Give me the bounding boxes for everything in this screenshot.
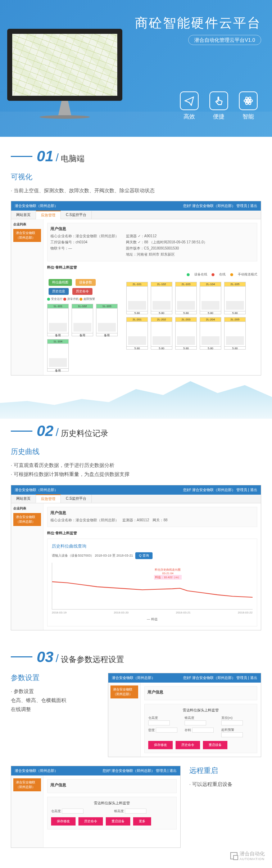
silo-2L-201[interactable]: 2L-2015.80 [126,317,148,350]
silo-2L-105[interactable]: 2L-1055.80 [224,282,246,314]
tab-emergency[interactable]: 应急管理 [36,494,61,503]
user-info-box: 用户信息 [47,779,177,793]
user-info-title: 用户信息 [50,510,254,516]
silo-2L-102[interactable]: 2L-1025.80 [151,282,172,314]
app-tabs: 网站首页 应急管理 C.S监控平台 [11,495,261,503]
silo-2L-202[interactable]: 2L-2025.80 [151,317,172,350]
silo-2L-101[interactable]: 2L-1015.80 [126,282,148,314]
chart-title: 历史料位曲线查询 [52,543,253,549]
app-topbar: 潜合安全物联（郑州总部） 您好! 潜合安全物联（郑州总部） 管理员 | 退出 [11,485,261,495]
sidebar: 潜合安全物联（郑州总部） [11,775,44,847]
header-line [11,431,32,432]
kv-line: 核心企业名称：潜合安全物联（郑州总部） 监测器：A90112 网关：88 [50,518,254,523]
btn-history[interactable]: 历史信息 [49,288,69,295]
silo-1L-102[interactable]: 1L-102备用 [72,304,93,336]
query-button[interactable]: Q 查询 [135,552,153,559]
section-03b-row: 潜合安全物联（郑州总部） 您好! 潜合安全物联（郑州总部） 管理员 | 退出 潜… [11,766,261,848]
section-number: 02 [37,422,54,440]
app-body: 企业列表 潜合安全物联（郑州总部） 用户信息 核心企业名称：潜合安全物联（郑州总… [11,503,261,630]
params-form: 雷达料位探头上料监管 仓高度 锥高度 保存修改 历史命令 重启设备 更多 [47,797,177,829]
more-button[interactable]: 更多 [133,817,151,826]
main-panel: 用户信息 雷达料位探头上料监管 仓高度 锥高度 保存修改 历史命令 重启设备 更… [44,775,180,847]
s3-b2: 仓高、锥高、仓横截面积 [11,696,101,705]
logo-square-icon [230,852,237,855]
app-body: 潜合安全物联（郑州总部） 用户信息 雷达料位探头上料监管 仓高度 锥高度 直径(… [108,683,261,757]
restart-button[interactable]: 重启设备 [203,741,227,749]
main-panel: 用户信息 核心企业名称：潜合安全物联（郑州总部） 工控设备编号：ch0104 物… [44,219,261,375]
slash-icon: / [56,652,59,665]
silo-2L-104[interactable]: 2L-1045.80 [200,282,221,314]
section-title: 电脑端 [61,153,85,164]
input-cone-height[interactable] [125,809,146,814]
btn-chart[interactable]: 料位曲线图 [49,279,72,286]
section-header: 01 / 电脑端 [11,148,261,165]
input-diameter[interactable] [221,720,243,725]
section-title: 历史料位记录 [61,428,108,439]
input-density[interactable] [156,728,177,733]
sidebar-item[interactable]: 潜合安全物联（郑州总部） [110,685,138,698]
input-material[interactable] [192,728,214,733]
silo-right-col: 2L-1015.802L-1025.802L-1035.802L-1045.80… [126,279,257,372]
section-header: 03 / 设备参数远程设置 [11,648,261,666]
input-cone-height[interactable] [185,720,206,725]
subsection-title: 历史曲线 [11,447,261,457]
topbar-left: 潜合安全物联（郑州总部） [15,203,58,208]
sidebar-header: 企业列表 [13,222,41,227]
feature-label: 高效 [180,113,199,121]
save-button[interactable]: 保存修改 [51,817,76,826]
tab-cs-monitor[interactable]: C.S监控平台 [61,495,92,503]
btn-cmd[interactable]: 历史命令 [72,288,92,295]
s3-b1: 参数设置 [11,687,101,696]
section-number: 01 [37,148,54,165]
tab-home[interactable]: 网站首页 [11,211,36,219]
silos-group-a: 1L-101备用1L-102备用1L-103备用1L-104备用 [47,304,119,372]
silo-2L-205[interactable]: 2L-2055.80 [224,317,246,350]
restart-button[interactable]: 重启设备 [106,817,130,826]
silo-2L-103[interactable]: 2L-1035.80 [175,282,197,314]
app-body: 潜合安全物联（郑州总部） 用户信息 雷达料位探头上料监管 仓高度 锥高度 保存修… [11,775,180,847]
sidebar-item-company[interactable]: 潜合安全物联（郑州总部） [13,229,41,242]
legend-manual: 手动推送模式 [230,273,257,276]
topbar-left: 潜合安全物联（郑州总部） [15,487,58,493]
app-body: 企业列表 潜合安全物联（郑州总部） 用户信息 核心企业名称：潜合安全物联（郑州总… [11,219,261,375]
field-cone: 锥高度 [185,716,217,725]
silo-1L-104[interactable]: 1L-104备用 [47,339,69,372]
chart-params: 请输入设备（设备S027003） 2018-03-19 至 2018-03-21… [52,552,253,559]
topbar-right: 您好! 潜合安全物联（郑州总部） 管理员 | 退出 [183,487,258,493]
save-button[interactable]: 保存修改 [148,741,173,749]
sidebar-item[interactable]: 潜合安全物联（郑州总部） [13,778,41,791]
feature-row: 高效 便捷 智能 [180,91,258,121]
legend-row: 设备在线 在线 手动推送模式 [47,272,257,277]
kv-address: 地址：河南省 郑州市 郑东新区 [126,252,207,257]
silo-1L-103[interactable]: 1L-103备用 [96,304,118,336]
input-silo-height[interactable] [62,809,83,814]
section-03: 03 / 设备参数远程设置 参数设置 参数设置 仓高、锥高、仓横截面积 在线调整… [0,638,272,855]
silo-2L-204[interactable]: 2L-2045.80 [200,317,221,350]
params-form: 雷达料位探头上料监管 仓高度 锥高度 直径(m) 密度 存料 超料预警 [144,704,257,753]
input-alarm-high[interactable] [221,732,243,737]
sidebar: 潜合安全物联（郑州总部） [108,683,141,757]
section-01: 01 / 电脑端 可视化 当前上空值、探测次数、故障次数、开阀次数、除尘器联动状… [0,137,272,383]
user-info-box: 用户信息 核心企业名称：潜合安全物联（郑州总部） 工控设备编号：ch0104 物… [47,223,257,261]
legend-online: 设备在线 [187,273,207,276]
s2-bullet-1: 可直观查看历史数据，便于进行历史数据分析 [11,461,261,470]
silo-2L-203[interactable]: 2L-2035.80 [175,317,197,350]
history-cmd-button[interactable]: 历史命令 [78,817,103,826]
chart-canvas: 料仓历史曲线走向图 03-21 04 料值：10.422（m） [52,563,253,610]
input-silo-height[interactable] [148,720,170,725]
tab-home[interactable]: 网站首页 [11,495,36,503]
s3-b3: 在线调整 [11,705,101,714]
status-legend: 安全运行 异常停机 超限预警 [47,297,119,301]
slash-icon: / [56,426,59,439]
tab-cs-monitor[interactable]: C.S监控平台 [61,211,92,219]
legend-offline: 在线 [212,273,226,276]
silo-1L-101[interactable]: 1L-101备用 [47,304,69,336]
sidebar-item-company[interactable]: 潜合安全物联（郑州总部） [13,513,41,526]
screenshot-01: 潜合安全物联（郑州总部） 您好! 潜合安全物联（郑州总部） 管理员 | 退出 网… [11,201,261,375]
history-cmd-button[interactable]: 历史命令 [176,741,200,749]
tab-emergency[interactable]: 应急管理 [36,211,61,219]
btn-params[interactable]: 设备参数 [76,279,96,286]
app-topbar: 潜合安全物联（郑州总部） 您好! 潜合安全物联（郑州总部） 管理员 | 退出 [108,673,261,683]
atom-icon [239,91,258,110]
sidebar: 企业列表 潜合安全物联（郑州总部） [11,219,44,375]
